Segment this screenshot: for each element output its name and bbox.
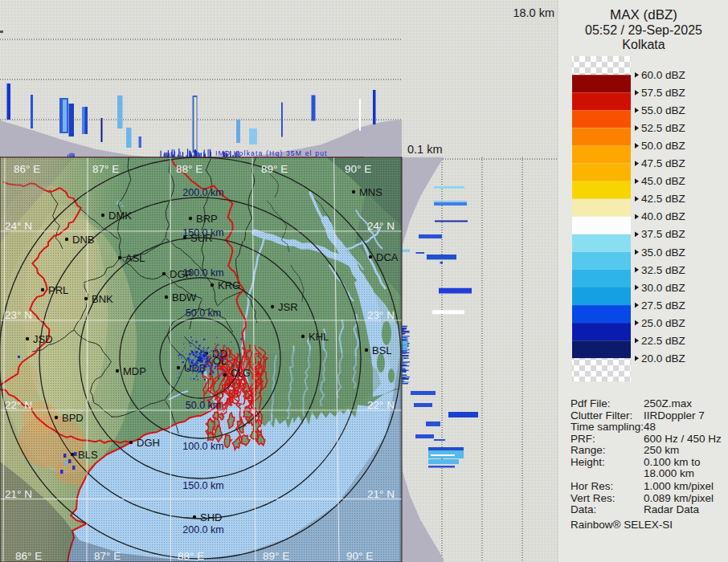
svg-text:48: 48 xyxy=(644,421,656,433)
svg-text:25.0 dBZ: 25.0 dBZ xyxy=(641,317,685,329)
svg-text:JSR: JSR xyxy=(278,301,298,313)
svg-text:23° N: 23° N xyxy=(367,309,395,321)
svg-text:37.5 dBZ: 37.5 dBZ xyxy=(641,228,685,240)
svg-text:BDW: BDW xyxy=(172,291,197,303)
svg-text:BSL: BSL xyxy=(372,344,392,356)
svg-text:CLG: CLG xyxy=(231,368,251,379)
svg-text:KHL: KHL xyxy=(309,331,329,343)
svg-text:1.000 km/pixel: 1.000 km/pixel xyxy=(644,480,714,492)
svg-text:21° N: 21° N xyxy=(5,488,32,500)
svg-text:JSD: JSD xyxy=(33,333,53,345)
svg-text:86° E: 86° E xyxy=(14,163,40,175)
svg-text:Height:: Height: xyxy=(571,456,605,468)
svg-text:0.100 km to: 0.100 km to xyxy=(644,456,701,468)
svg-text:30.0 dBZ: 30.0 dBZ xyxy=(641,282,685,294)
svg-text:87° E: 87° E xyxy=(94,550,121,562)
svg-text:35.0 dBZ: 35.0 dBZ xyxy=(641,246,685,259)
svg-text:27.5 dBZ: 27.5 dBZ xyxy=(641,299,685,312)
svg-text:Hor Res:: Hor Res: xyxy=(571,480,613,492)
svg-text:87° E: 87° E xyxy=(92,163,119,175)
svg-text:0.089 km/pixel: 0.089 km/pixel xyxy=(644,492,714,504)
svg-text:250Z.max: 250Z.max xyxy=(644,397,692,409)
svg-text:Rainbow® SELEX-SI: Rainbow® SELEX-SI xyxy=(571,519,673,531)
svg-text:DCA: DCA xyxy=(376,251,399,263)
svg-text:22° N: 22° N xyxy=(5,399,32,411)
svg-text:24° N: 24° N xyxy=(5,220,32,232)
svg-text:32.5 dBZ: 32.5 dBZ xyxy=(641,264,685,276)
svg-text:52.5 dBZ: 52.5 dBZ xyxy=(641,122,685,134)
svg-text:90° E: 90° E xyxy=(346,550,373,562)
svg-text:40.0 dBZ: 40.0 dBZ xyxy=(641,210,685,222)
svg-text:23° N: 23° N xyxy=(5,309,32,321)
svg-text:PRL: PRL xyxy=(48,284,68,296)
svg-text:0.1 km: 0.1 km xyxy=(407,143,443,156)
svg-text:DNB: DNB xyxy=(72,234,94,246)
svg-text:ASL: ASL xyxy=(125,252,145,264)
svg-text:MAX (dBZ): MAX (dBZ) xyxy=(610,7,677,22)
svg-text:200.0 km: 200.0 km xyxy=(182,524,223,536)
svg-text:PRF:: PRF: xyxy=(571,433,595,445)
svg-text:86° E: 86° E xyxy=(15,550,42,562)
svg-text:89° E: 89° E xyxy=(261,163,288,175)
svg-text:60.0 dBZ: 60.0 dBZ xyxy=(641,69,685,81)
svg-text:100.0 km: 100.0 km xyxy=(182,441,223,452)
svg-text:24° N: 24° N xyxy=(367,220,395,232)
svg-text:Radar Data: Radar Data xyxy=(644,503,700,515)
svg-text:05:52 / 29-Sep-2025: 05:52 / 29-Sep-2025 xyxy=(585,23,702,37)
svg-text:150.0 km: 150.0 km xyxy=(182,480,223,491)
svg-text:BPD: BPD xyxy=(62,412,84,424)
svg-text:Pdf File:: Pdf File: xyxy=(571,397,611,409)
svg-text:SUR: SUR xyxy=(190,232,212,244)
svg-text:MNS: MNS xyxy=(359,186,382,198)
svg-text:250 km: 250 km xyxy=(644,444,679,456)
svg-text:50.0 km: 50.0 km xyxy=(186,307,221,319)
svg-text:Vert Res:: Vert Res: xyxy=(571,492,616,504)
svg-text:21° N: 21° N xyxy=(367,488,395,500)
svg-text:22.5 dBZ: 22.5 dBZ xyxy=(641,335,685,347)
svg-text:KRG: KRG xyxy=(218,279,240,291)
svg-text:22° N: 22° N xyxy=(367,399,395,411)
svg-text:90° E: 90° E xyxy=(345,163,371,175)
svg-text:50.0 km: 50.0 km xyxy=(186,400,221,411)
svg-text:50.0 dBZ: 50.0 dBZ xyxy=(641,140,685,152)
svg-text:42.5 dBZ: 42.5 dBZ xyxy=(641,193,685,205)
svg-text:89° E: 89° E xyxy=(263,550,289,562)
svg-text:DGH: DGH xyxy=(137,437,160,449)
svg-text:BNK: BNK xyxy=(92,293,113,305)
svg-text:DMK: DMK xyxy=(108,210,132,222)
svg-text:BRP: BRP xyxy=(196,213,218,225)
svg-text:SHD: SHD xyxy=(200,511,222,523)
svg-text:600 Hz / 450 Hz: 600 Hz / 450 Hz xyxy=(644,433,722,445)
svg-text:Data:: Data: xyxy=(571,503,596,515)
svg-text:Time sampling:: Time sampling: xyxy=(571,421,644,433)
svg-text:55.0 dBZ: 55.0 dBZ xyxy=(641,104,685,116)
svg-text:18.000 km: 18.000 km xyxy=(644,467,694,479)
svg-text:DGP: DGP xyxy=(170,268,192,280)
svg-text:MDP: MDP xyxy=(123,365,146,377)
svg-text:IMD Kolkata (Hq) 35M el put: IMD Kolkata (Hq) 35M el put xyxy=(215,149,328,157)
svg-text:Kolkata: Kolkata xyxy=(622,38,665,51)
svg-text:57.5 dBZ: 57.5 dBZ xyxy=(641,87,685,99)
svg-text:200.0 km: 200.0 km xyxy=(182,187,223,198)
svg-text:88° E: 88° E xyxy=(178,550,204,562)
svg-text:18.0 km: 18.0 km xyxy=(513,6,554,19)
svg-text:IIRDoppler 7: IIRDoppler 7 xyxy=(644,409,705,422)
svg-text:88° E: 88° E xyxy=(176,163,202,175)
svg-text:Range:: Range: xyxy=(571,444,606,456)
svg-text:Clutter Filter:: Clutter Filter: xyxy=(571,409,632,422)
svg-text:BLS: BLS xyxy=(78,449,98,461)
svg-text:20.0 dBZ: 20.0 dBZ xyxy=(641,352,685,364)
svg-text:45.0 dBZ: 45.0 dBZ xyxy=(641,175,685,187)
svg-text:47.5 dBZ: 47.5 dBZ xyxy=(641,157,685,169)
